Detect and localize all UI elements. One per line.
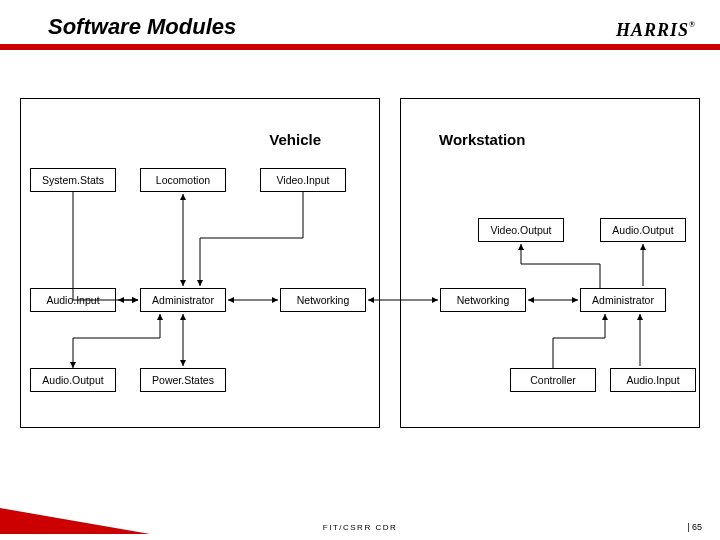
box-power-states: Power.States xyxy=(140,368,226,392)
brand-logo: HARRIS® xyxy=(616,20,696,41)
box-video-input: Video.Input xyxy=(260,168,346,192)
box-audio-output-w: Audio.Output xyxy=(600,218,686,242)
box-audio-input: Audio.Input xyxy=(30,288,116,312)
diagram-area: Vehicle Workstation System.Stats Locomot… xyxy=(20,88,700,448)
box-controller: Controller xyxy=(510,368,596,392)
vehicle-title: Vehicle xyxy=(269,131,321,148)
workstation-title: Workstation xyxy=(439,131,525,148)
box-video-output: Video.Output xyxy=(478,218,564,242)
box-audio-output-v: Audio.Output xyxy=(30,368,116,392)
box-system-stats: System.Stats xyxy=(30,168,116,192)
box-networking-v: Networking xyxy=(280,288,366,312)
slide-title: Software Modules xyxy=(48,14,236,40)
brand-text: HARRIS xyxy=(616,20,689,40)
accent-bar xyxy=(0,44,720,50)
page-number: | 65 xyxy=(687,522,702,532)
slide: Software Modules HARRIS® Vehicle Worksta… xyxy=(0,0,720,540)
box-locomotion: Locomotion xyxy=(140,168,226,192)
box-audio-input-w: Audio.Input xyxy=(610,368,696,392)
box-administrator-v: Administrator xyxy=(140,288,226,312)
box-administrator-w: Administrator xyxy=(580,288,666,312)
footer-wedge-icon xyxy=(0,508,150,534)
box-networking-w: Networking xyxy=(440,288,526,312)
footer-center-text: FIT/CSRR CDR xyxy=(323,523,397,532)
